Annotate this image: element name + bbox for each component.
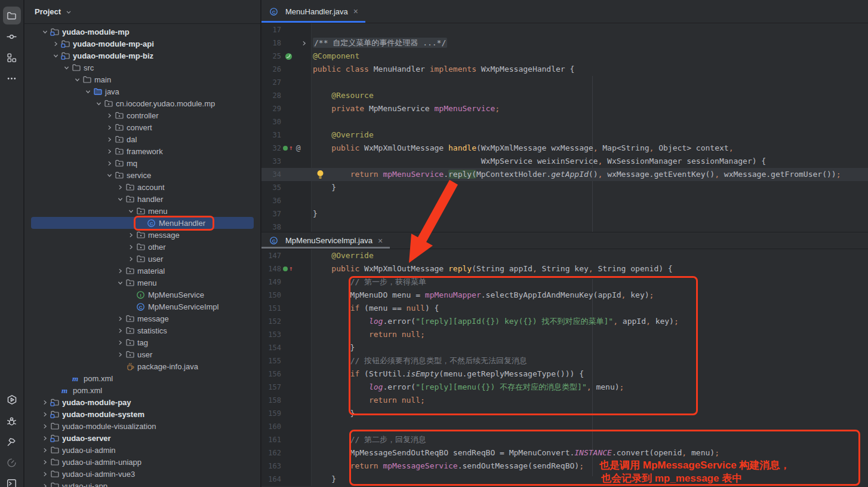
tree-item-framework[interactable]: framework <box>31 145 254 157</box>
tree-item-cn-iocoder-yudao-module-mp[interactable]: cn.iocoder.yudao.module.mp <box>31 97 254 109</box>
intention-bulb-icon[interactable] <box>316 168 324 181</box>
tree-item-message[interactable]: message <box>31 313 254 324</box>
tree-item-account[interactable]: account <box>31 181 254 193</box>
line-number: 154 <box>261 341 281 354</box>
editor-bottom-tabbar: C MpMenuServiceImpl.java × <box>261 232 868 249</box>
code-line-156: 156 if (StrUtil.isEmpty(menu.getReplyMes… <box>261 367 868 381</box>
project-panel-header[interactable]: Project <box>24 0 260 24</box>
chevron-right-icon[interactable] <box>115 351 125 358</box>
tree-item-controller[interactable]: controller <box>31 109 254 121</box>
chevron-right-icon[interactable] <box>51 41 61 47</box>
tree-item-tag[interactable]: tag <box>31 336 254 348</box>
project-folder-icon[interactable] <box>3 7 21 24</box>
chevron-right-icon[interactable] <box>104 148 115 155</box>
chevron-right-icon[interactable] <box>104 112 115 119</box>
tree-item-user[interactable]: user <box>31 348 254 360</box>
overrides-method-icon[interactable]: ↑ <box>283 262 293 275</box>
tree-item-other[interactable]: other <box>31 241 254 253</box>
chevron-right-icon[interactable] <box>40 411 50 418</box>
tree-item-java[interactable]: java <box>31 85 254 97</box>
tree-item-dal[interactable]: dal <box>31 133 254 145</box>
chevron-down-icon[interactable] <box>115 196 125 203</box>
chevron-right-icon[interactable] <box>40 471 50 477</box>
spring-bean-icon[interactable] <box>285 50 293 63</box>
chevron-right-icon[interactable] <box>115 339 125 346</box>
chevron-right-icon[interactable] <box>40 483 50 487</box>
tree-item-handler[interactable]: handler <box>31 193 254 205</box>
chevron-down-icon[interactable] <box>51 53 61 59</box>
tree-item-menu[interactable]: menu <box>31 205 254 217</box>
tree-item-menu[interactable]: menu <box>31 277 254 289</box>
tree-item-statistics[interactable]: statistics <box>31 324 254 336</box>
close-icon[interactable]: × <box>352 6 359 17</box>
tree-item-yudao-server[interactable]: yudao-server <box>31 432 254 444</box>
chevron-down-icon[interactable] <box>83 88 93 95</box>
chevron-right-icon[interactable] <box>40 459 50 465</box>
tree-item-user[interactable]: user <box>31 253 254 265</box>
tab-menuhandler-java[interactable]: C MenuHandler.java × <box>261 0 365 23</box>
code-token: (menu == <box>359 304 406 313</box>
chevron-right-icon[interactable] <box>126 244 136 250</box>
tree-item-pom-xml[interactable]: mpom.xml <box>31 372 254 384</box>
build-icon[interactable] <box>3 433 21 451</box>
tree-item-mpmenuserviceimpl[interactable]: CMpMenuServiceImpl <box>31 301 254 313</box>
tree-item-yudao-ui-admin-uniapp[interactable]: yudao-ui-admin-uniapp <box>31 456 254 468</box>
chevron-right-icon[interactable] <box>115 316 125 322</box>
structure-icon[interactable] <box>3 48 21 66</box>
chevron-right-icon[interactable] <box>40 447 50 454</box>
more-icon[interactable] <box>3 69 21 87</box>
tree-item-label: service <box>127 171 151 180</box>
tree-item-mpmenuservice[interactable]: IMpMenuService <box>31 289 254 301</box>
chevron-down-icon[interactable] <box>65 8 72 16</box>
code-token <box>313 435 350 444</box>
code-token <box>313 91 331 100</box>
tree-item-yudao-ui-app[interactable]: yudao-ui-app <box>31 480 254 487</box>
chevron-down-icon[interactable] <box>94 100 104 107</box>
tree-item-menuhandler[interactable]: CMenuHandler <box>31 217 254 229</box>
chevron-right-icon[interactable] <box>40 423 50 430</box>
tree-item-package-info-java[interactable]: package-info.java <box>31 360 254 372</box>
tree-item-src[interactable]: src <box>31 62 254 73</box>
tree-item-mq[interactable]: mq <box>31 157 254 169</box>
services-icon[interactable] <box>3 391 21 409</box>
tree-item-service[interactable]: service <box>31 169 254 181</box>
tab-mpmenuserviceimpl-java[interactable]: C MpMenuServiceImpl.java × <box>261 232 390 249</box>
tree-item-yudao-module-mp-api[interactable]: yudao-module-mp-api <box>31 38 254 50</box>
tree-item-yudao-module-mp[interactable]: yudao-module-mp <box>31 26 254 38</box>
chevron-right-icon[interactable] <box>115 184 125 191</box>
chevron-down-icon[interactable] <box>104 172 115 179</box>
tree-item-yudao-ui-admin[interactable]: yudao-ui-admin <box>31 444 254 456</box>
chevron-right-icon[interactable] <box>104 136 115 143</box>
tree-item-yudao-ui-admin-vue3[interactable]: yudao-ui-admin-vue3 <box>31 468 254 480</box>
chevron-right-icon[interactable] <box>104 160 115 167</box>
chevron-right-icon[interactable] <box>126 256 136 262</box>
tree-item-yudao-module-pay[interactable]: yudao-module-pay <box>31 396 254 408</box>
tree-item-message[interactable]: message <box>31 229 254 241</box>
commit-icon[interactable] <box>3 27 21 45</box>
overrides-method-icon[interactable]: ↑@ <box>283 142 300 155</box>
tree-item-yudao-module-visualization[interactable]: yudao-module-visualization <box>31 420 254 432</box>
chevron-right-icon[interactable] <box>40 399 50 406</box>
close-icon[interactable]: × <box>377 235 384 246</box>
tree-item-yudao-module-system[interactable]: yudao-module-system <box>31 408 254 420</box>
terminal-icon[interactable] <box>3 474 21 487</box>
tree-item-material[interactable]: material <box>31 265 254 277</box>
fold-arrow-icon[interactable] <box>301 36 307 50</box>
chevron-right-icon[interactable] <box>115 268 125 274</box>
tree-item-pom-xml[interactable]: mpom.xml <box>31 384 254 396</box>
tree-item-yudao-module-mp-biz[interactable]: yudao-module-mp-biz <box>31 50 254 62</box>
chevron-down-icon[interactable] <box>126 208 136 215</box>
chevron-right-icon[interactable] <box>126 232 136 238</box>
code-token <box>313 461 350 470</box>
tree-item-main[interactable]: main <box>31 73 254 85</box>
chevron-right-icon[interactable] <box>40 435 50 442</box>
debug-icon[interactable] <box>3 412 21 430</box>
chevron-down-icon[interactable] <box>40 29 50 35</box>
chevron-right-icon[interactable] <box>115 327 125 334</box>
chevron-down-icon[interactable] <box>115 280 125 286</box>
tree-item-convert[interactable]: convert <box>31 121 254 133</box>
chevron-down-icon[interactable] <box>72 76 82 83</box>
chevron-right-icon[interactable] <box>104 124 115 131</box>
profiler-icon[interactable] <box>3 454 21 471</box>
chevron-down-icon[interactable] <box>61 65 72 71</box>
